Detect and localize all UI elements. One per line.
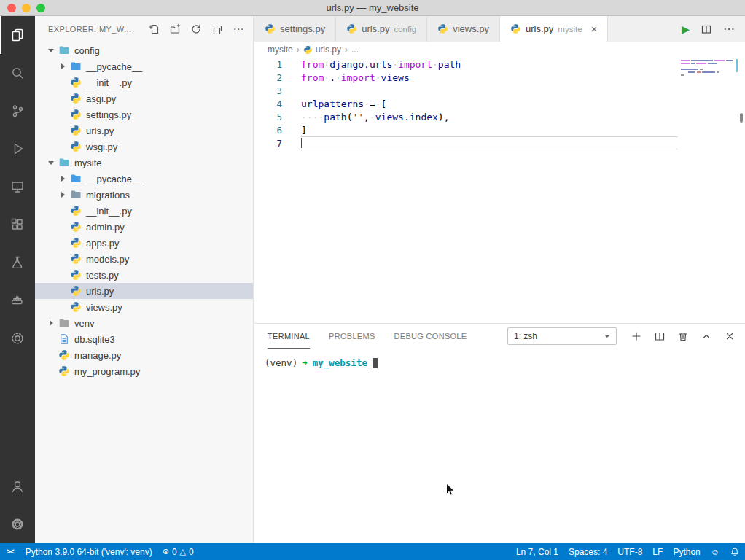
line-number: 3 <box>254 85 282 96</box>
feedback-smiley-icon[interactable]: ☺ <box>706 543 725 560</box>
tab-views-py[interactable]: views.py <box>427 16 500 42</box>
code-line-2[interactable]: 2 from·.·import·views <box>254 71 745 84</box>
minimap[interactable] <box>681 60 735 77</box>
line-number: 4 <box>254 98 282 109</box>
tree-item-db-sqlite3[interactable]: db.sqlite3 <box>35 331 253 347</box>
breadcrumb-symbol[interactable]: ... <box>351 44 359 55</box>
tree-item-pycache[interactable]: __pycache__ <box>35 171 253 187</box>
eol-setting[interactable]: LF <box>647 543 668 560</box>
tree-item-apps-py[interactable]: apps.py <box>35 235 253 251</box>
tree-item-pycache[interactable]: __pycache__ <box>35 58 253 74</box>
cursor-position[interactable]: Ln 7, Col 1 <box>511 543 563 560</box>
code-line-1[interactable]: 1 from·django.urls·import·path <box>254 58 745 71</box>
tree-item-mysite[interactable]: mysite <box>35 155 253 171</box>
tree-item-config[interactable]: config <box>35 42 253 58</box>
file-tree: config __pycache__ __init__.py asgi.py s… <box>35 42 253 379</box>
tree-item-urls-py-selected[interactable]: urls.py <box>35 283 253 299</box>
tab-debug-console[interactable]: DEBUG CONSOLE <box>394 324 467 349</box>
code-line-5[interactable]: 5 ····path('',·views.index), <box>254 110 745 123</box>
zoom-window-button[interactable] <box>36 4 45 12</box>
breadcrumb-urls-py[interactable]: urls.py <box>303 44 341 55</box>
tree-item-models-py[interactable]: models.py <box>35 251 253 267</box>
tab-terminal[interactable]: TERMINAL <box>268 324 310 349</box>
account-icon[interactable] <box>0 467 35 505</box>
split-terminal-icon[interactable] <box>653 330 666 343</box>
run-debug-icon[interactable] <box>0 130 35 168</box>
chevron-right-icon <box>57 192 69 198</box>
tree-item-asgi-py[interactable]: asgi.py <box>35 90 253 106</box>
tree-item-admin-py[interactable]: admin.py <box>35 219 253 235</box>
terminal-cursor <box>372 358 378 368</box>
close-tab-icon[interactable]: × <box>591 23 598 34</box>
tab-problems[interactable]: PROBLEMS <box>329 324 375 349</box>
tree-item-tests-py[interactable]: tests.py <box>35 267 253 283</box>
tree-item-urls-py-config[interactable]: urls.py <box>35 122 253 139</box>
explorer-sidebar: EXPLORER: MY_W... ⋯ config __p <box>35 16 254 543</box>
chevron-down-icon <box>45 161 57 165</box>
settings-gear-icon[interactable] <box>0 505 35 543</box>
refresh-icon[interactable] <box>189 22 203 36</box>
chevron-separator-icon: › <box>345 44 348 55</box>
more-editor-actions-icon[interactable]: ⋯ <box>723 22 735 36</box>
python-icon <box>437 23 448 34</box>
tab-settings-py[interactable]: settings.py <box>254 16 336 42</box>
new-folder-icon[interactable] <box>168 22 182 36</box>
encoding-setting[interactable]: UTF-8 <box>612 543 647 560</box>
tab-urls-py-mysite[interactable]: urls.py mysite × <box>500 16 608 42</box>
breadcrumb-mysite[interactable]: mysite <box>268 44 293 55</box>
tree-item-init-py[interactable]: __init__.py <box>35 74 253 90</box>
tree-item-wsgi-py[interactable]: wsgi.py <box>35 139 253 155</box>
language-mode[interactable]: Python <box>668 543 705 560</box>
run-python-file-button[interactable]: ▶ <box>682 23 690 35</box>
remote-indicator[interactable]: >< <box>0 543 20 560</box>
kubernetes-wheel-icon[interactable] <box>0 319 35 357</box>
tab-urls-py-config[interactable]: urls.py config <box>336 16 427 42</box>
code-line-3[interactable]: 3 <box>254 84 745 97</box>
more-actions-icon[interactable]: ⋯ <box>231 22 246 36</box>
editor-actions: ▶ ⋯ <box>671 16 745 42</box>
close-panel-icon[interactable] <box>723 330 736 343</box>
testing-beaker-icon[interactable] <box>0 244 35 281</box>
minimize-window-button[interactable] <box>22 4 31 12</box>
problems-indicator[interactable]: ⊗ 0 △ 0 <box>157 543 199 560</box>
tree-item-manage-py[interactable]: manage.py <box>35 347 253 363</box>
tree-item-my-program-py[interactable]: my_program.py <box>35 363 253 379</box>
indentation-setting[interactable]: Spaces: 4 <box>563 543 612 560</box>
tree-item-views-py[interactable]: views.py <box>35 299 253 315</box>
breadcrumb: mysite › urls.py › ... <box>254 42 745 58</box>
explorer-icon[interactable] <box>0 16 35 54</box>
collapse-folders-icon[interactable] <box>210 22 225 36</box>
search-icon[interactable] <box>0 54 35 92</box>
code-line-4[interactable]: 4 urlpatterns·=·[ <box>254 97 745 110</box>
terminal-content[interactable]: (venv)➜my_website <box>254 349 745 368</box>
code-line-6[interactable]: 6 ] <box>254 123 745 136</box>
chevron-right-icon <box>57 63 69 69</box>
close-window-button[interactable] <box>7 4 16 12</box>
error-icon: ⊗ <box>163 547 169 556</box>
remote-explorer-icon[interactable] <box>0 168 35 206</box>
activity-bar <box>0 16 35 543</box>
kill-terminal-trash-icon[interactable] <box>676 330 690 343</box>
maximize-panel-chevron-icon[interactable] <box>700 330 713 343</box>
code-editor[interactable]: 1 from·django.urls·import·path 2 from·.·… <box>254 58 745 323</box>
notifications-bell-icon[interactable] <box>725 543 745 560</box>
source-control-icon[interactable] <box>0 92 35 130</box>
tree-item-migrations[interactable]: migrations <box>35 187 253 203</box>
tree-item-settings-py[interactable]: settings.py <box>35 106 253 122</box>
docker-icon[interactable] <box>0 281 35 319</box>
python-icon <box>70 269 82 281</box>
python-icon <box>70 77 82 88</box>
database-file-icon <box>58 333 70 345</box>
new-terminal-icon[interactable] <box>630 330 643 343</box>
folder-icon <box>70 173 82 184</box>
new-file-icon[interactable] <box>147 22 161 36</box>
tree-item-venv[interactable]: venv <box>35 315 253 331</box>
code-line-7-current[interactable]: 7 <box>254 136 745 149</box>
tree-item-init-py[interactable]: __init__.py <box>35 203 253 219</box>
python-interpreter-selector[interactable]: Python 3.9.0 64-bit ('venv': venv) <box>20 543 157 560</box>
terminal-shell-dropdown[interactable]: 1: zsh <box>507 327 617 345</box>
split-editor-icon[interactable] <box>701 23 712 35</box>
current-directory: my_website <box>313 357 367 368</box>
line-number: 2 <box>254 72 282 83</box>
extensions-icon[interactable] <box>0 206 35 244</box>
